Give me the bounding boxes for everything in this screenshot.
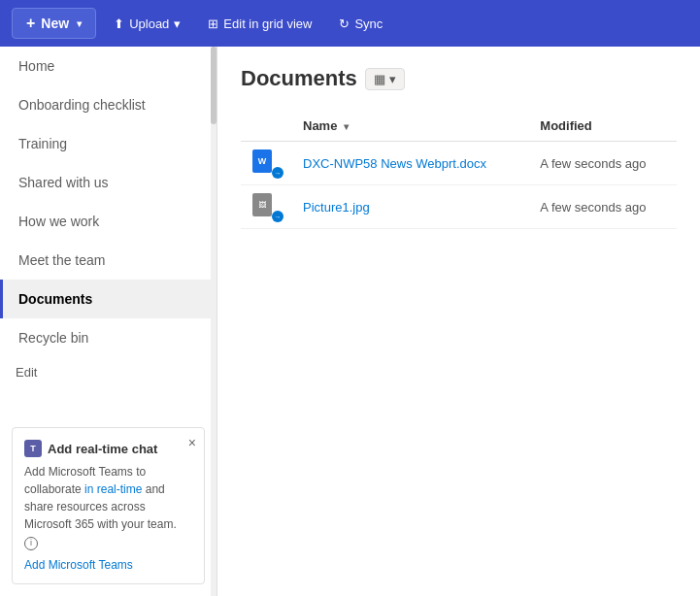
sidebar-edit-link[interactable]: Edit: [0, 357, 217, 387]
sidebar-scroll: HomeOnboarding checklistTrainingShared w…: [0, 47, 217, 415]
toolbar: + New ▾ ⬆ Upload ▾ ⊞ Edit in grid view ↻…: [0, 0, 700, 47]
info-icon[interactable]: i: [24, 537, 38, 550]
table-row: W → DXC-NWP58 News Webprt.docxA few seco…: [241, 142, 677, 185]
file-name-link[interactable]: DXC-NWP58 News Webprt.docx: [303, 156, 486, 171]
open-badge: →: [272, 211, 283, 222]
teams-popup-close-button[interactable]: ×: [188, 436, 196, 449]
file-table-header: Name ▾ Modified: [241, 111, 677, 142]
teams-icon: T: [24, 440, 42, 457]
table-row: 🖼 → Picture1.jpgA few seconds ago: [241, 185, 677, 229]
edit-grid-button[interactable]: ⊞ Edit in grid view: [198, 11, 321, 37]
col-modified: Modified: [528, 111, 677, 142]
sync-icon: ↻: [339, 17, 350, 31]
content-area: Documents ▦ ▾ Name ▾ Modified W: [217, 47, 700, 596]
file-name-cell: Picture1.jpg: [291, 185, 528, 229]
upload-chevron-icon: ▾: [174, 17, 181, 31]
word-file-icon: W →: [252, 149, 280, 177]
upload-button[interactable]: ⬆ Upload ▾: [104, 11, 190, 37]
col-icon: [241, 111, 291, 142]
sidebar-item-how-we-work[interactable]: How we work: [0, 202, 217, 241]
file-icon-cell: 🖼 →: [241, 185, 291, 229]
file-table-body: W → DXC-NWP58 News Webprt.docxA few seco…: [241, 142, 677, 229]
sidebar-scrollbar-thumb[interactable]: [211, 47, 217, 124]
page-title: Documents: [241, 66, 357, 91]
sidebar-item-home[interactable]: Home: [0, 47, 217, 85]
file-modified-cell: A few seconds ago: [528, 142, 677, 185]
sidebar: HomeOnboarding checklistTrainingShared w…: [0, 47, 217, 596]
upload-icon: ⬆: [114, 17, 124, 31]
upload-label: Upload: [129, 17, 169, 31]
edit-grid-label: Edit in grid view: [223, 17, 312, 31]
file-name-link[interactable]: Picture1.jpg: [303, 200, 370, 215]
sidebar-item-meet-the-team[interactable]: Meet the team: [0, 241, 217, 280]
view-toggle-button[interactable]: ▦ ▾: [365, 68, 405, 90]
sidebar-item-documents[interactable]: Documents: [0, 280, 217, 318]
new-button[interactable]: + New ▾: [12, 8, 96, 39]
open-badge: →: [272, 167, 283, 179]
image-file-icon: 🖼 →: [252, 193, 280, 220]
sidebar-item-onboarding[interactable]: Onboarding checklist: [0, 85, 217, 124]
teams-popup-title: Add real-time chat: [48, 442, 157, 456]
new-chevron-icon: ▾: [77, 18, 82, 29]
sync-button[interactable]: ↻ Sync: [329, 11, 392, 37]
col-name[interactable]: Name ▾: [291, 111, 528, 142]
view-chevron-icon: ▾: [389, 72, 396, 86]
content-header: Documents ▦ ▾: [241, 66, 677, 91]
sidebar-item-shared[interactable]: Shared with us: [0, 163, 217, 202]
sidebar-item-recycle-bin[interactable]: Recycle bin: [0, 318, 217, 357]
view-icon: ▦: [374, 72, 385, 86]
teams-popup: × T Add real-time chat Add Microsoft Tea…: [12, 427, 205, 584]
new-label: New: [41, 16, 69, 31]
file-icon-cell: W →: [241, 142, 291, 185]
plus-icon: +: [26, 15, 35, 32]
teams-popup-header: T Add real-time chat: [24, 440, 192, 457]
grid-icon: ⊞: [208, 17, 218, 31]
teams-popup-body: Add Microsoft Teams to collaborate in re…: [24, 463, 192, 550]
file-table: Name ▾ Modified W → DXC-NWP58 News Webpr…: [241, 111, 677, 229]
sync-label: Sync: [354, 17, 383, 31]
file-modified-cell: A few seconds ago: [528, 185, 677, 229]
sidebar-item-training[interactable]: Training: [0, 124, 217, 163]
teams-popup-inline-link[interactable]: in real-time: [84, 482, 142, 496]
add-teams-link[interactable]: Add Microsoft Teams: [24, 558, 192, 572]
main-layout: HomeOnboarding checklistTrainingShared w…: [0, 47, 700, 596]
name-sort-icon: ▾: [344, 121, 349, 132]
sidebar-scrollbar-track: [211, 47, 217, 596]
file-name-cell: DXC-NWP58 News Webprt.docx: [291, 142, 528, 185]
